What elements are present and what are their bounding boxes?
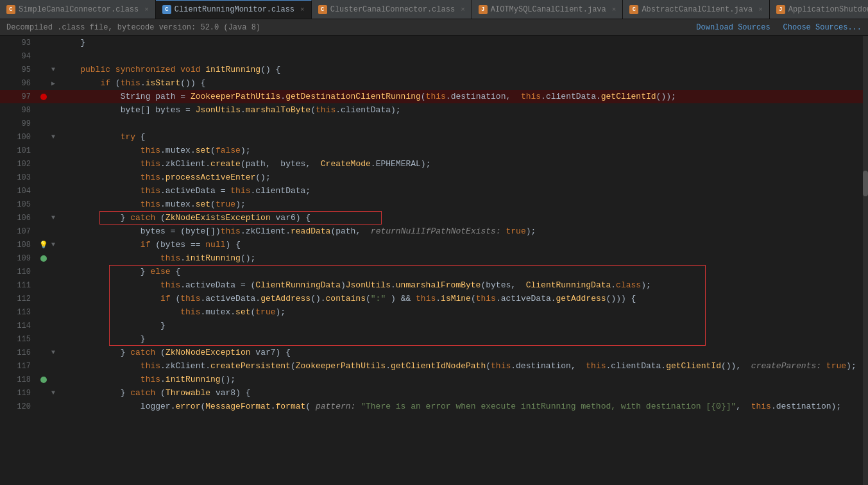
- tab-close-0[interactable]: ×: [144, 6, 149, 13]
- line-number-106: 106: [0, 214, 38, 223]
- tab-label-3: AIOTMySQLCanalClient.java: [491, 5, 606, 14]
- tab-label-5: ApplicationShutdownHooks.java: [788, 5, 868, 14]
- line-96: 96 if (this.isStart()) {: [0, 76, 863, 90]
- green-arrow-icon: [40, 377, 47, 383]
- tab-label-1: ClientRunningMonitor.class: [174, 5, 294, 14]
- code-line-95: public synchronized void initRunning() {: [58, 65, 863, 74]
- tab-icon-5: J: [776, 5, 785, 14]
- fold-arrow-exp-95[interactable]: [49, 66, 57, 74]
- fold-arrow-exp-108[interactable]: [49, 241, 57, 249]
- code-line-97: String path = ZookeeperPathUtils.getDest…: [58, 92, 863, 101]
- tab-icon-2: C: [318, 5, 327, 14]
- line-120: 120 logger.error(MessageFormat.format( p…: [0, 400, 863, 413]
- line-number-103: 103: [0, 173, 38, 182]
- line-number-107: 107: [0, 227, 38, 236]
- code-line-111: this.activeData = (ClientRunningData)Jso…: [58, 280, 863, 290]
- download-sources-link[interactable]: Download Sources: [696, 23, 770, 32]
- tab-close-3[interactable]: ×: [612, 6, 617, 13]
- code-line-96: if (this.isStart()) {: [58, 78, 863, 88]
- code-line-114: }: [58, 321, 863, 330]
- line-97: 97 String path = ZookeeperPathUtils.getD…: [0, 90, 863, 103]
- line-number-120: 120: [0, 402, 38, 411]
- code-line-93: }: [58, 38, 863, 47]
- code-line-103: this.processActiveEnter();: [58, 173, 863, 182]
- code-area: 93 }9495 public synchronized void initRu…: [0, 36, 868, 485]
- fold-arrow-exp-119[interactable]: [49, 389, 57, 397]
- line-number-109: 109: [0, 254, 38, 263]
- line-number-119: 119: [0, 389, 38, 398]
- tab-clustercanalconnector[interactable]: C ClusterCanalConnector.class ×: [312, 0, 472, 19]
- code-line-101: this.mutex.set(false);: [58, 146, 863, 155]
- line-number-110: 110: [0, 268, 38, 277]
- line-number-108: 108: [0, 241, 38, 250]
- line-114: 114 }: [0, 319, 863, 332]
- fold-arrow-exp-106[interactable]: [49, 214, 57, 222]
- line-95: 95 public synchronized void initRunning(…: [0, 63, 863, 76]
- tab-icon-0: C: [6, 5, 15, 14]
- code-line-102: this.zkClient.create(path, bytes, Create…: [58, 159, 863, 169]
- code-line-112: if (this.activeData.getAddress().contain…: [58, 294, 863, 303]
- scrollbar-track[interactable]: [863, 36, 868, 485]
- code-line-106: } catch (ZkNodeExistsException var6) {: [58, 213, 863, 223]
- code-line-105: this.mutex.set(true);: [58, 200, 863, 209]
- scrollbar-thumb[interactable]: [863, 171, 868, 196]
- gutter-icon-97[interactable]: [38, 94, 49, 100]
- line-110: 110 } else {: [0, 265, 863, 278]
- tab-label-0: SimpleCanalConnector.class: [19, 5, 139, 14]
- line-116: 116 } catch (ZkNoNodeException var7) {: [0, 346, 863, 359]
- line-113: 113 this.mutex.set(true);: [0, 305, 863, 319]
- tab-label-4: AbstractCanalClient.java: [642, 5, 753, 14]
- line-109: 109 this.initRunning();: [0, 251, 863, 265]
- line-106: 106 } catch (ZkNodeExistsException var6)…: [0, 211, 863, 225]
- tab-abstractcanalclient[interactable]: C AbstractCanalClient.java ×: [623, 0, 769, 19]
- line-115: 115 }: [0, 332, 863, 346]
- tab-close-4[interactable]: ×: [758, 6, 763, 13]
- code-line-113: this.mutex.set(true);: [58, 307, 863, 317]
- info-bar-actions: Download Sources Choose Sources...: [696, 23, 862, 32]
- line-number-101: 101: [0, 146, 38, 155]
- decompiled-info: Decompiled .class file, bytecode version…: [6, 23, 260, 32]
- green-arrow-icon: [40, 255, 47, 262]
- code-line-120: logger.error(MessageFormat.format( patte…: [58, 402, 863, 411]
- fold-arrow-exp-100[interactable]: [49, 133, 57, 141]
- tab-aiotmysql[interactable]: J AIOTMySQLCanalClient.java ×: [472, 0, 624, 19]
- gutter-icon-108[interactable]: 💡: [38, 241, 49, 249]
- line-number-96: 96: [0, 79, 38, 88]
- tab-icon-4: C: [629, 5, 638, 14]
- bulb-icon[interactable]: 💡: [39, 241, 48, 249]
- tab-clientrunningmonitor[interactable]: C ClientRunningMonitor.class ×: [156, 0, 312, 19]
- info-bar: Decompiled .class file, bytecode version…: [0, 19, 868, 36]
- line-105: 105 this.mutex.set(true);: [0, 198, 863, 211]
- code-line-118: this.initRunning();: [58, 375, 863, 384]
- tab-icon-1: C: [162, 5, 171, 14]
- tab-bar: C SimpleCanalConnector.class × C ClientR…: [0, 0, 868, 19]
- line-number-117: 117: [0, 362, 38, 371]
- line-111: 111 this.activeData = (ClientRunningData…: [0, 278, 863, 292]
- line-118: 118 this.initRunning();: [0, 373, 863, 386]
- tab-close-1[interactable]: ×: [300, 6, 305, 13]
- tab-close-2[interactable]: ×: [461, 6, 465, 13]
- line-100: 100 try {: [0, 130, 863, 144]
- line-number-116: 116: [0, 348, 38, 357]
- line-number-115: 115: [0, 335, 38, 344]
- choose-sources-link[interactable]: Choose Sources...: [783, 23, 862, 32]
- code-line-109: this.initRunning();: [58, 253, 863, 263]
- line-number-113: 113: [0, 308, 38, 317]
- line-104: 104 this.activeData = this.clientData;: [0, 184, 863, 198]
- line-98: 98 byte[] bytes = JsonUtils.marshalToByt…: [0, 103, 863, 117]
- line-99: 99: [0, 117, 863, 130]
- line-number-111: 111: [0, 281, 38, 290]
- code-editor[interactable]: 93 }9495 public synchronized void initRu…: [0, 36, 868, 485]
- line-number-99: 99: [0, 119, 38, 128]
- line-number-112: 112: [0, 294, 38, 303]
- line-112: 112 if (this.activeData.getAddress().con…: [0, 292, 863, 305]
- tab-applicationshutdownhooks[interactable]: J ApplicationShutdownHooks.java ×: [770, 0, 868, 19]
- tab-simplecanalconnector[interactable]: C SimpleCanalConnector.class ×: [0, 0, 156, 19]
- gutter-icon-109[interactable]: [38, 255, 49, 262]
- fold-arrow-col-96[interactable]: [49, 80, 57, 87]
- code-line-104: this.activeData = this.clientData;: [58, 186, 863, 196]
- fold-arrow-exp-116[interactable]: [49, 349, 57, 357]
- gutter-icon-118[interactable]: [38, 377, 49, 383]
- breakpoint-icon[interactable]: [40, 94, 47, 100]
- code-line-117: this.zkClient.createPersistent(Zookeeper…: [58, 361, 863, 371]
